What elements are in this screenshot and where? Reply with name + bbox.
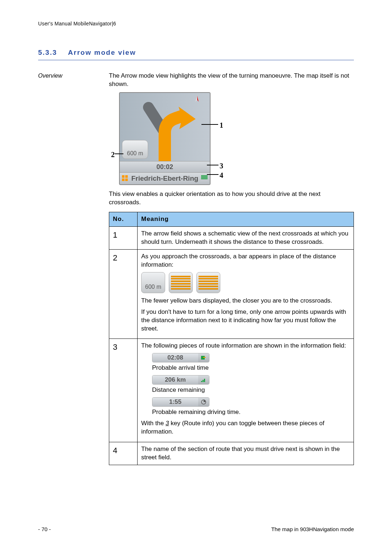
section-number: 5.3.3 — [38, 49, 57, 56]
remaining-time-pill: 1:55 — [152, 397, 209, 407]
callout-2: 2 — [111, 150, 115, 160]
table-row: 3 The following pieces of route informat… — [109, 339, 354, 442]
distance-icon — [198, 376, 209, 384]
arrival-icon — [198, 353, 209, 362]
row-2-p3: If you don't have to turn for a long tim… — [141, 308, 350, 333]
distance-pill: 206 km — [152, 375, 209, 385]
arrow-mode-figure: 600 m 00:02 Friedrich-Ebert-Ring 1 2 3 — [109, 92, 225, 185]
th-meaning: Meaning — [138, 212, 354, 227]
callout-3: 3 — [220, 161, 223, 171]
section-heading: 5.3.3 Arrow mode view — [38, 45, 354, 60]
page-header: User's Manual MobileNavigator|6 — [38, 20, 354, 27]
meaning-table: No. Meaning 1 The arrow field shows a sc… — [109, 212, 354, 465]
svg-rect-5 — [201, 381, 202, 382]
overview-para-2: This view enables a quicker orientation … — [109, 190, 354, 207]
row-2-p1: As you approach the crossroads, a bar ap… — [141, 253, 350, 269]
remaining-time-label: Probable remaining driving time. — [152, 408, 350, 416]
page-footer: - 70 - The map in 903HNavigation mode — [38, 522, 354, 533]
overview-para-1: The Arrow mode view highlights the view … — [109, 72, 354, 89]
callout-1: 1 — [220, 120, 223, 130]
clock-icon — [198, 398, 209, 406]
info-row: 00:02 — [120, 161, 210, 172]
footer-right: The map in 903HNavigation mode — [271, 526, 354, 533]
distance-box: 600 m — [122, 140, 148, 159]
bar-panel — [196, 272, 220, 293]
row-1-text: The arrow field shows a schematic view o… — [138, 226, 354, 249]
row-1-no: 1 — [109, 226, 138, 249]
grid-icon — [122, 175, 128, 182]
table-row: 2 As you approach the crossroads, a bar … — [109, 249, 354, 339]
svg-rect-7 — [204, 379, 205, 382]
route-info-key: 3 — [166, 420, 169, 427]
row-2-no: 2 — [109, 249, 138, 339]
row-4-no: 4 — [109, 442, 138, 465]
section-title: Arrow mode view — [68, 49, 136, 56]
row-3-no: 3 — [109, 339, 138, 442]
svg-rect-6 — [203, 380, 204, 382]
street-row: Friedrich-Ebert-Ring — [120, 172, 210, 184]
table-row: 1 The arrow field shows a schematic view… — [109, 226, 354, 249]
distance-square: 600 m — [141, 272, 165, 293]
arrival-time-pill: 02:08 — [152, 353, 209, 362]
distance-remaining-label: Distance remaining — [152, 386, 350, 394]
svg-rect-4 — [203, 357, 206, 358]
callout-4: 4 — [220, 171, 223, 180]
overview-label: Overview — [38, 72, 109, 465]
svg-marker-1 — [197, 96, 199, 102]
table-row: 4 The name of the section of route that … — [109, 442, 354, 465]
list-icon — [201, 175, 208, 182]
row-2-p2: The fewer yellow bars displayed, the clo… — [141, 297, 350, 305]
compass-icon — [193, 95, 201, 103]
th-no: No. — [109, 212, 138, 227]
row-3-p2: With the 3 key (Route info) you can togg… — [141, 419, 350, 436]
svg-marker-2 — [195, 96, 197, 102]
row-4-text: The name of the section of route that yo… — [138, 442, 354, 465]
bar-panel — [169, 272, 193, 293]
arrival-time-label: Probable arrival time — [152, 364, 350, 372]
page-number: - 70 - — [38, 526, 51, 533]
distance-bar-illustration: 600 m — [141, 272, 350, 293]
row-3-p1: The following pieces of route informatio… — [141, 342, 350, 350]
street-name: Friedrich-Ebert-Ring — [131, 174, 199, 183]
